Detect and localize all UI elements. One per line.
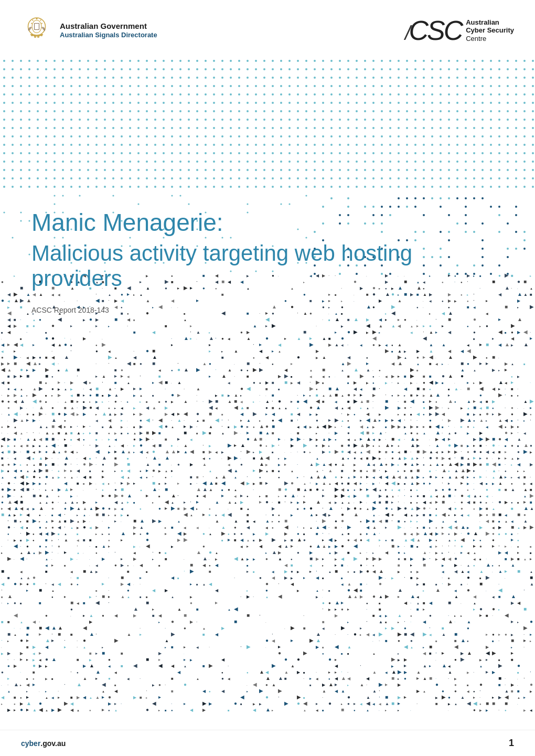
gov-text: Australian Government Australian Signals… [60,21,157,40]
footer-url-prefix: cyber [21,739,40,748]
svg-rect-2 [35,24,39,30]
acsc-line3: Centre [466,35,514,43]
svg-point-10 [37,36,40,38]
footer-url: cyber.gov.au [21,739,66,748]
main-title: Manic Menagerie: [31,209,504,237]
svg-point-7 [41,23,42,24]
svg-point-9 [34,36,37,38]
svg-point-1 [32,20,41,33]
page-number: 1 [509,738,514,749]
svg-point-8 [31,34,34,37]
report-id: ACSC Report 2018-143 [31,306,504,314]
footer: cyber.gov.au 1 [0,730,535,756]
acsc-line1: Australian [466,18,514,27]
acsc-logo: /CSC Australian Cyber Security Centre [405,17,514,44]
gov-branding: Australian Government Australian Signals… [21,15,157,46]
svg-point-4 [32,19,33,20]
gov-subtitle: Australian Signals Directorate [60,31,157,40]
svg-point-6 [31,23,32,24]
svg-point-11 [40,34,43,37]
gov-title: Australian Government [60,21,157,31]
acsc-text: Australian Cyber Security Centre [466,18,514,43]
page-header: Australian Government Australian Signals… [0,0,535,57]
main-content: Manic Menagerie: Malicious activity targ… [0,57,535,744]
footer-url-suffix: .gov.au [40,739,66,748]
gov-crest-icon [21,15,52,46]
svg-point-5 [40,19,41,20]
acsc-line2: Cyber Security [466,26,514,35]
svg-point-3 [36,18,38,19]
subtitle: Malicious activity targeting web hosting… [31,241,504,292]
title-section: Manic Menagerie: Malicious activity targ… [0,193,535,314]
acsc-wordmark: /CSC [405,17,462,44]
